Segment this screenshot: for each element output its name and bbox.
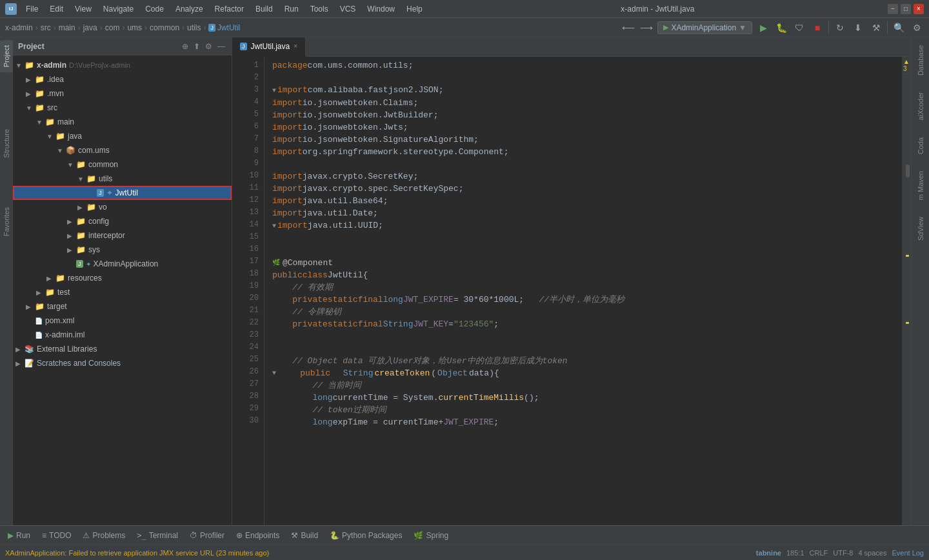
- vtab-coda[interactable]: Coda: [914, 132, 927, 159]
- tree-item-comums[interactable]: ▼ 📦 com.ums: [13, 143, 232, 157]
- sync-button[interactable]: ⬇: [851, 21, 865, 35]
- tree-item-xadminiml[interactable]: 📄 x-admin.iml: [13, 328, 232, 342]
- run-config[interactable]: ▶ XAdminApplication ▼: [657, 21, 752, 34]
- tree-item-external-libraries[interactable]: ▶ 📚 External Libraries: [13, 342, 232, 356]
- main-folder-icon: 📁: [45, 117, 55, 126]
- project-vtab[interactable]: Project: [0, 40, 13, 72]
- tree-item-scratches[interactable]: ▶ 📝 Scratches and Consoles: [13, 356, 232, 370]
- vtab-sdview[interactable]: SdView: [914, 212, 927, 246]
- tree-item-interceptor[interactable]: ▶ 📁 interceptor: [13, 228, 232, 243]
- settings-button[interactable]: ⚙: [910, 21, 924, 35]
- favorites-vtab[interactable]: Favorites: [0, 202, 13, 241]
- menu-analyze[interactable]: Analyze: [170, 3, 208, 15]
- menu-build[interactable]: Build: [250, 3, 278, 15]
- code-area[interactable]: package com.ums.common.utils; ▼import co…: [265, 57, 902, 525]
- run-button[interactable]: ▶: [756, 21, 770, 35]
- python-tool-icon: 🐍: [330, 531, 339, 540]
- menu-run[interactable]: Run: [279, 3, 304, 15]
- problems-tool-btn[interactable]: ⚠ Problems: [77, 528, 130, 543]
- menu-window[interactable]: Window: [362, 3, 400, 15]
- code-line-9: [272, 158, 894, 170]
- breadcrumb-com[interactable]: com: [105, 23, 120, 32]
- sidebar: Project ⊕ ⬆ ⚙ — ▼ 📁 x-admin D:\VueProj\x…: [13, 37, 232, 525]
- window-title: x-admin - JwtUtil.java: [428, 5, 888, 14]
- maximize-button[interactable]: □: [901, 4, 911, 14]
- code-line-18: public class JwtUtil {: [272, 269, 894, 281]
- scrollbar-thumb[interactable]: [906, 165, 910, 177]
- code-line-8: import org.springframework.stereotype.Co…: [272, 146, 894, 158]
- minimize-button[interactable]: −: [888, 4, 898, 14]
- structure-vtab[interactable]: Structure: [0, 124, 13, 163]
- menu-file[interactable]: File: [21, 3, 43, 15]
- tree-item-utils[interactable]: ▼ 📁 utils: [13, 172, 232, 186]
- search-button[interactable]: 🔍: [892, 21, 906, 35]
- menu-refactor[interactable]: Refactor: [210, 3, 249, 15]
- breadcrumb-src[interactable]: src: [41, 23, 51, 32]
- spring-tool-btn[interactable]: 🌿 Spring: [408, 528, 454, 543]
- menu-vcs[interactable]: VCS: [335, 3, 361, 15]
- menu-view[interactable]: View: [70, 3, 97, 15]
- tree-item-target[interactable]: ▶ 📁 target: [13, 299, 232, 314]
- build-tool-btn[interactable]: ⚒ Build: [286, 528, 323, 543]
- pom-xml-icon: 📄: [35, 317, 43, 325]
- endpoints-tool-btn[interactable]: ⊕ Endpoints: [231, 528, 285, 543]
- close-button[interactable]: ×: [914, 4, 924, 14]
- tab-close-icon[interactable]: ×: [294, 43, 297, 50]
- vtab-database[interactable]: Database: [914, 40, 927, 81]
- sidebar-close-icon[interactable]: —: [216, 41, 226, 52]
- project-folder-icon: 📁: [25, 61, 34, 70]
- breadcrumb-jwtutil[interactable]: J JwtUtil: [208, 23, 240, 32]
- build-button[interactable]: ⚒: [869, 21, 883, 35]
- sidebar-collapse-icon[interactable]: ⬆: [192, 41, 201, 52]
- terminal-tool-btn[interactable]: >_ Terminal: [132, 528, 183, 543]
- editor-tabs: J JwtUtil.java ×: [232, 37, 911, 57]
- tree-item-config[interactable]: ▶ 📁 config: [13, 214, 232, 228]
- tree-item-xadmin[interactable]: ▼ 📁 x-admin D:\VueProj\x-admin: [13, 58, 232, 72]
- tree-item-pomxml[interactable]: 📄 pom.xml: [13, 314, 232, 328]
- breadcrumb-utils[interactable]: utils: [187, 23, 201, 32]
- event-log[interactable]: Event Log: [892, 549, 924, 557]
- forward-button[interactable]: ⟶: [639, 21, 654, 35]
- tree-item-test[interactable]: ▶ 📁 test: [13, 285, 232, 299]
- stop-button[interactable]: ■: [810, 21, 824, 35]
- vtab-aixcoder[interactable]: aiXcoder: [914, 87, 927, 125]
- editor-scrollbar[interactable]: ▲ 3: [902, 57, 911, 525]
- back-button[interactable]: ⟵: [621, 21, 635, 35]
- todo-tool-btn[interactable]: ≡ TODO: [37, 528, 76, 543]
- menu-navigate[interactable]: Navigate: [98, 3, 139, 15]
- tab-jwtutil[interactable]: J JwtUtil.java ×: [232, 37, 306, 57]
- breadcrumb-main[interactable]: main: [59, 23, 75, 32]
- coverage-button[interactable]: 🛡: [792, 21, 806, 35]
- menu-edit[interactable]: Edit: [45, 3, 68, 15]
- sidebar-settings-icon[interactable]: ⚙: [204, 41, 214, 52]
- tab-java-icon: J: [240, 43, 247, 50]
- vtab-maven[interactable]: m Maven: [914, 166, 927, 205]
- breadcrumb-common[interactable]: common: [150, 23, 179, 32]
- profiler-tool-btn[interactable]: ⏱ Profiler: [185, 528, 230, 543]
- python-tool-btn[interactable]: 🐍 Python Packages: [325, 528, 407, 543]
- vo-folder-icon: 📁: [86, 203, 96, 212]
- menu-code[interactable]: Code: [140, 3, 169, 15]
- tree-item-src[interactable]: ▼ 📁 src: [13, 101, 232, 115]
- tree-item-java[interactable]: ▼ 📁 java: [13, 129, 232, 143]
- tree-item-vo[interactable]: ▶ 📁 vo: [13, 200, 232, 214]
- refresh-button[interactable]: ↻: [833, 21, 847, 35]
- tree-item-mvn[interactable]: ▶ 📁 .mvn: [13, 86, 232, 101]
- sidebar-sync-icon[interactable]: ⊕: [181, 41, 190, 52]
- menu-tools[interactable]: Tools: [305, 3, 334, 15]
- tree-item-main[interactable]: ▼ 📁 main: [13, 115, 232, 129]
- tree-item-jwtutil[interactable]: J ✦ JwtUtil: [13, 186, 232, 200]
- run-tool-label: Run: [16, 531, 30, 540]
- menu-help[interactable]: Help: [401, 3, 428, 15]
- tree-item-resources[interactable]: ▶ 📁 resources: [13, 271, 232, 285]
- breadcrumb-java[interactable]: java: [83, 23, 97, 32]
- breadcrumb-xadmin[interactable]: x-admin: [5, 23, 33, 32]
- scrollbar-track[interactable]: [902, 74, 911, 525]
- debug-button[interactable]: 🐛: [774, 21, 788, 35]
- tree-item-sys[interactable]: ▶ 📁 sys: [13, 243, 232, 257]
- tree-item-common[interactable]: ▼ 📁 common: [13, 157, 232, 172]
- tree-item-idea[interactable]: ▶ 📁 .idea: [13, 72, 232, 86]
- tree-item-xadminapplication[interactable]: J ✦ XAdminApplication: [13, 257, 232, 271]
- run-tool-btn[interactable]: ▶ Run: [3, 528, 35, 543]
- breadcrumb-ums[interactable]: ums: [127, 23, 142, 32]
